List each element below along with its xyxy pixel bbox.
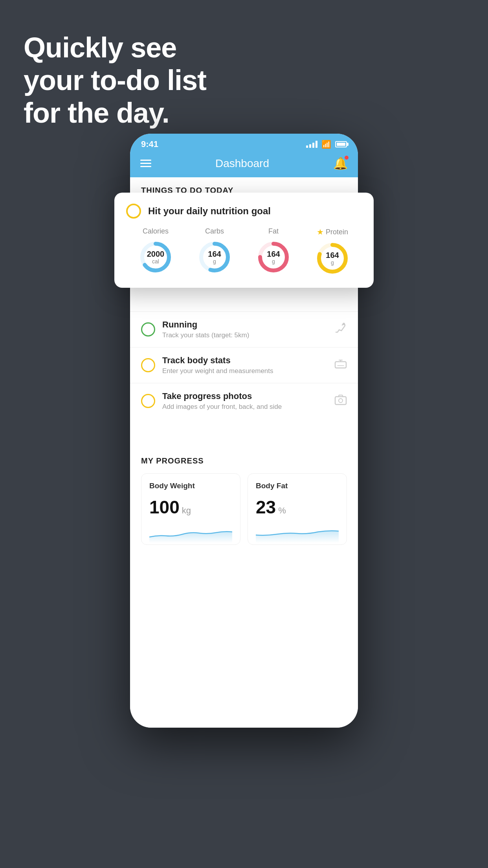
- svg-point-0: [343, 323, 345, 325]
- nutrition-card-header: Hit your daily nutrition goal: [126, 204, 362, 219]
- spacer: [130, 419, 358, 442]
- todo-subtitle: Enter your weight and measurements: [162, 367, 327, 375]
- weight-sparkline: [149, 523, 232, 543]
- body-fat-card[interactable]: Body Fat 23 %: [248, 473, 347, 545]
- todo-checkbox-running[interactable]: [141, 322, 155, 337]
- nav-title: Dashboard: [215, 157, 269, 170]
- todo-list: Running Track your stats (target: 5km) T…: [130, 311, 358, 419]
- fat-number: 23: [256, 497, 276, 518]
- body-fat-label: Body Fat: [256, 482, 339, 490]
- calories-label: Calories: [143, 227, 169, 235]
- list-item[interactable]: Track body stats Enter your weight and m…: [130, 347, 358, 383]
- macro-protein: ★ Protein 164 g: [315, 227, 350, 276]
- todo-title: Running: [162, 320, 327, 330]
- body-weight-card[interactable]: Body Weight 100 kg: [141, 473, 240, 545]
- fat-label: Fat: [268, 227, 279, 235]
- battery-icon: [335, 141, 347, 147]
- todo-title: Track body stats: [162, 355, 327, 366]
- svg-rect-5: [335, 397, 346, 405]
- menu-button[interactable]: [140, 160, 151, 167]
- protein-label: ★ Protein: [317, 227, 348, 237]
- running-icon: [334, 323, 347, 337]
- fat-sparkline: [256, 523, 339, 543]
- protein-donut: 164 g: [315, 241, 350, 276]
- body-weight-value: 100 kg: [149, 497, 232, 518]
- carbs-value: 164 g: [208, 250, 221, 265]
- fat-unit: %: [278, 506, 286, 516]
- list-item[interactable]: Running Track your stats (target: 5km): [130, 311, 358, 347]
- calories-value: 2000 cal: [147, 250, 165, 265]
- scale-icon: [334, 359, 347, 372]
- nav-bar: Dashboard 🔔: [130, 153, 358, 177]
- todo-subtitle: Track your stats (target: 5km): [162, 331, 327, 339]
- todo-title: Take progress photos: [162, 391, 327, 401]
- svg-rect-1: [335, 362, 346, 368]
- fat-value: 164 g: [267, 250, 280, 265]
- status-bar: 9:41 📶: [130, 134, 358, 153]
- hero-line2: your to-do list: [24, 64, 206, 97]
- todo-text-running: Running Track your stats (target: 5km): [162, 320, 327, 339]
- notification-dot: [345, 156, 349, 160]
- protein-value: 164 g: [326, 251, 339, 266]
- nutrition-title: Hit your daily nutrition goal: [148, 206, 271, 217]
- nutrition-checkbox[interactable]: [126, 204, 141, 219]
- hero-line1: Quickly see: [24, 31, 206, 64]
- todo-text-bodystats: Track body stats Enter your weight and m…: [162, 355, 327, 375]
- calories-donut: 2000 cal: [138, 239, 173, 275]
- wifi-icon: 📶: [321, 140, 331, 149]
- star-icon: ★: [317, 227, 324, 237]
- signal-icon: [306, 141, 317, 148]
- body-weight-label: Body Weight: [149, 482, 232, 490]
- macro-fat: Fat 164 g: [256, 227, 291, 275]
- progress-header: MY PROGRESS: [141, 456, 347, 465]
- progress-section: MY PROGRESS Body Weight 100 kg: [130, 442, 358, 556]
- carbs-label: Carbs: [205, 227, 224, 235]
- todo-subtitle: Add images of your front, back, and side: [162, 403, 327, 411]
- hero-text: Quickly see your to-do list for the day.: [24, 31, 206, 129]
- fat-donut: 164 g: [256, 239, 291, 275]
- macro-calories: Calories 2000 cal: [138, 227, 173, 275]
- macro-carbs: Carbs 164 g: [197, 227, 232, 275]
- macros-row: Calories 2000 cal Carbs: [126, 227, 362, 276]
- todo-checkbox-bodystats[interactable]: [141, 358, 155, 372]
- notification-button[interactable]: 🔔: [333, 156, 348, 170]
- status-icons: 📶: [306, 140, 347, 149]
- list-item[interactable]: Take progress photos Add images of your …: [130, 383, 358, 419]
- body-fat-value: 23 %: [256, 497, 339, 518]
- carbs-donut: 164 g: [197, 239, 232, 275]
- time-display: 9:41: [141, 139, 158, 149]
- weight-unit: kg: [182, 506, 191, 516]
- photo-icon: [334, 394, 347, 408]
- svg-point-6: [339, 399, 343, 403]
- todo-checkbox-photos[interactable]: [141, 394, 155, 408]
- weight-number: 100: [149, 497, 180, 518]
- nutrition-card: Hit your daily nutrition goal Calories 2…: [114, 193, 374, 288]
- progress-cards: Body Weight 100 kg: [141, 473, 347, 545]
- hero-line3: for the day.: [24, 97, 206, 129]
- todo-text-photos: Take progress photos Add images of your …: [162, 391, 327, 411]
